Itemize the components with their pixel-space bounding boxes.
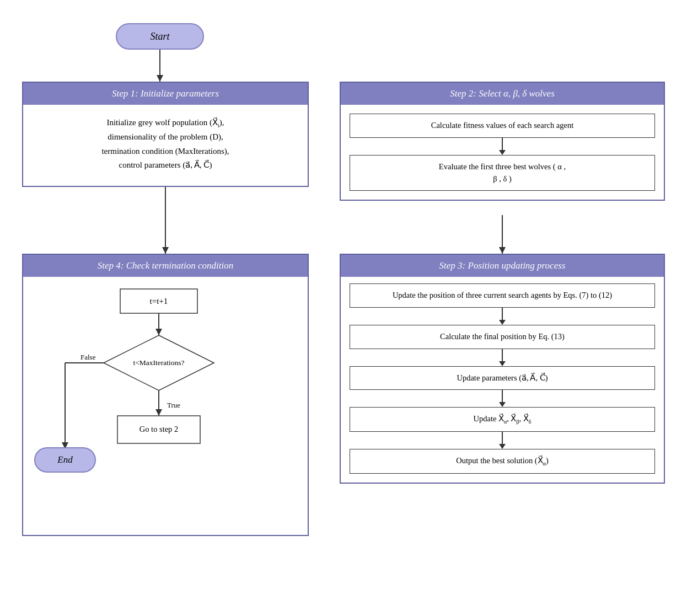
- svg-marker-3: [162, 247, 169, 254]
- step3-box2: Calculate the final position by Eq. (13): [350, 325, 655, 349]
- step3-body: Update the position of three current sea…: [341, 277, 664, 483]
- arrow1: [499, 138, 506, 155]
- step2-box1: Calculate fitness values of each search …: [350, 114, 655, 138]
- svg-marker-15: [155, 409, 162, 416]
- step3-box5-text: Output the best solution (X⃗α): [456, 456, 549, 465]
- svg-marker-8: [155, 329, 162, 335]
- step3-arrow4: [499, 432, 506, 449]
- step4-container: Step 4: Check termination condition t=t+…: [22, 254, 309, 536]
- step4-header: Step 4: Check termination condition: [23, 255, 308, 277]
- step4-title: Step 4: Check termination condition: [98, 260, 233, 271]
- step3-box4-text: Update X⃗α, X⃗β, X⃗δ: [473, 414, 531, 423]
- step3-container: Step 3: Position updating process Update…: [340, 254, 665, 484]
- svg-marker-5: [499, 247, 506, 254]
- step3-box5: Output the best solution (X⃗α): [350, 449, 655, 474]
- start-label: Start: [150, 31, 169, 42]
- condition-text: t<MaxIterations?: [133, 358, 184, 367]
- step3-box4: Update X⃗α, X⃗β, X⃗δ: [350, 407, 655, 432]
- step2-header: Step 2: Select α, β, δ wolves: [341, 83, 664, 105]
- step3-box1: Update the position of three current sea…: [350, 283, 655, 308]
- step2-flow: Calculate fitness values of each search …: [350, 114, 655, 191]
- counter-text: t=t+1: [150, 297, 168, 306]
- step3-arrow3: [499, 390, 506, 407]
- step2-container: Step 2: Select α, β, δ wolves Calculate …: [340, 82, 665, 201]
- step3-flow: Update the position of three current sea…: [350, 283, 655, 474]
- flowchart: Start Step 1: Initialize parameters Init…: [0, 0, 687, 616]
- step1-container: Step 1: Initialize parameters Initialize…: [22, 82, 309, 187]
- step1-title: Step 1: Initialize parameters: [112, 88, 219, 99]
- start-node: Start: [116, 23, 204, 50]
- step2-title: Step 2: Select α, β, δ wolves: [450, 88, 555, 99]
- step2-body: Calculate fitness values of each search …: [341, 105, 664, 200]
- step3-box3: Update parameters (a⃗, A⃗, C⃗): [350, 366, 655, 390]
- step2-box2-text: Evaluate the first three best wolves ( α…: [439, 162, 566, 183]
- step3-title: Step 3: Position updating process: [439, 260, 566, 271]
- step2-box2: Evaluate the first three best wolves ( α…: [350, 155, 655, 191]
- step3-arrow1: [499, 308, 506, 325]
- step1-header: Step 1: Initialize parameters: [23, 83, 308, 105]
- true-label: True: [167, 401, 180, 409]
- goto-text: Go to step 2: [139, 425, 178, 433]
- step3-header: Step 3: Position updating process: [341, 255, 664, 277]
- svg-marker-1: [157, 75, 163, 82]
- step3-box3-text: Update parameters (a⃗, A⃗, C⃗): [457, 373, 548, 382]
- step1-content: Initialize grey wolf population (X⃗i), d…: [101, 118, 229, 169]
- false-label: False: [80, 353, 96, 361]
- step3-arrow2: [499, 349, 506, 366]
- end-label: End: [57, 454, 73, 465]
- step1-body: Initialize grey wolf population (X⃗i), d…: [23, 105, 308, 186]
- step4-body: t=t+1 t<MaxIterations? False End True: [23, 277, 308, 535]
- step4-svg: t=t+1 t<MaxIterations? False End True: [32, 283, 308, 526]
